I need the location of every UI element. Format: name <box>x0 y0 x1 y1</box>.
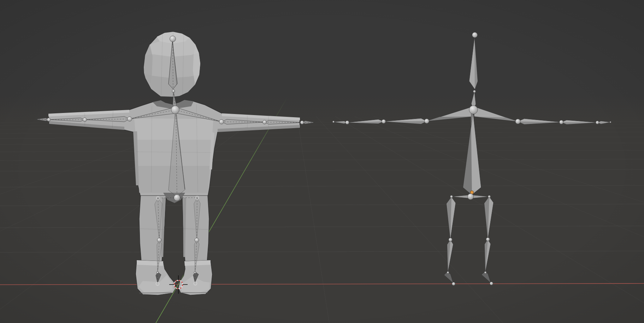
joint-pelvis[interactable] <box>468 194 474 200</box>
joint-elbow[interactable] <box>560 120 563 124</box>
joint-ankle[interactable] <box>194 271 196 274</box>
joint-ankle[interactable] <box>447 271 449 274</box>
joint-hand-tip[interactable] <box>333 121 335 123</box>
joint-shoulder[interactable] <box>515 119 520 124</box>
joint-toe[interactable] <box>490 282 493 285</box>
joint-wrist[interactable] <box>596 121 599 124</box>
blender-3d-viewport[interactable] <box>0 0 644 323</box>
joint-neck[interactable] <box>172 90 175 92</box>
joint-hip[interactable] <box>450 196 453 198</box>
joint-wrist[interactable] <box>345 121 349 124</box>
viewport-canvas[interactable] <box>0 0 644 323</box>
joint-neck[interactable] <box>473 90 476 93</box>
joint-hand-tip[interactable] <box>610 121 611 123</box>
joint-wrist[interactable] <box>47 118 51 121</box>
joint-elbow[interactable] <box>83 118 87 122</box>
joint-chest[interactable] <box>469 106 478 114</box>
joint-head-top[interactable] <box>472 32 478 38</box>
joint-hip[interactable] <box>488 196 491 198</box>
joint-knee[interactable] <box>157 238 161 242</box>
joint-wrist[interactable] <box>300 121 304 124</box>
joint-chest[interactable] <box>171 106 179 114</box>
joint-head-top[interactable] <box>170 36 176 42</box>
layer-background <box>0 0 644 323</box>
joint-ankle[interactable] <box>156 271 159 274</box>
joint-knee[interactable] <box>449 238 452 241</box>
mesh-sole-edge[interactable] <box>139 293 172 293</box>
joint-elbow[interactable] <box>382 120 386 124</box>
joint-shoulder[interactable] <box>219 120 224 124</box>
joint-shoulder[interactable] <box>425 119 429 124</box>
vignette <box>0 0 644 323</box>
joint-shoulder[interactable] <box>128 117 132 121</box>
joint-knee[interactable] <box>486 238 490 241</box>
joint-toe[interactable] <box>452 282 455 286</box>
joint-elbow[interactable] <box>263 120 267 124</box>
joint-knee[interactable] <box>195 238 199 242</box>
joint-pelvis[interactable] <box>174 195 180 201</box>
joint-ankle[interactable] <box>484 271 486 274</box>
